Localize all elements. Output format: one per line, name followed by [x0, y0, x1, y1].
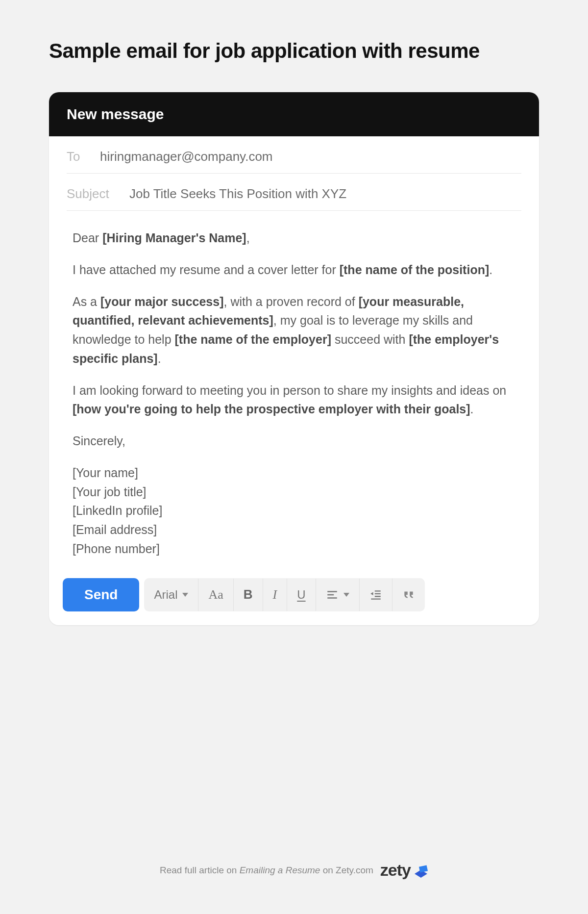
italic-icon: I: [273, 587, 277, 602]
sig-name: [Your name]: [73, 463, 515, 482]
toolbar-group: Arial Aa B I U: [144, 578, 424, 611]
chevron-down-icon: [182, 593, 188, 597]
text: .: [489, 263, 492, 277]
subject-label: Subject: [67, 186, 116, 202]
align-button[interactable]: [316, 579, 360, 611]
indent-decrease-icon: [369, 588, 382, 601]
to-field[interactable]: hiringmanager@company.com: [100, 149, 273, 164]
font-size-label: Aa: [208, 587, 223, 602]
sig-linkedin: [LinkedIn profile]: [73, 501, 515, 520]
zety-mark-icon: [414, 863, 428, 878]
font-name-label: Arial: [154, 588, 177, 602]
paragraph-3: I am looking forward to meeting you in p…: [73, 381, 515, 419]
placeholder: [Hiring Manager's Name]: [102, 231, 246, 245]
greeting-line: Dear [Hiring Manager's Name],: [73, 228, 515, 248]
text: .: [470, 402, 474, 416]
text: on Zety.com: [320, 865, 373, 875]
subject-row: Subject Job Title Seeks This Position wi…: [67, 174, 521, 211]
text: Read full article on: [160, 865, 240, 875]
format-toolbar: Send Arial Aa B I U: [49, 578, 539, 625]
closing-line: Sincerely,: [73, 432, 515, 451]
text: Dear: [73, 231, 102, 245]
text: , with a proven record of: [223, 295, 358, 308]
send-button[interactable]: Send: [63, 578, 139, 611]
text: I have attached my resume and a cover le…: [73, 263, 340, 277]
text: As a: [73, 295, 100, 308]
subject-field[interactable]: Job Title Seeks This Position with XYZ: [129, 186, 346, 202]
italic-button[interactable]: I: [263, 579, 288, 611]
placeholder: [how you're going to help the prospectiv…: [73, 402, 470, 416]
quote-button[interactable]: [392, 579, 425, 611]
compose-header: New message: [49, 92, 539, 136]
indent-decrease-button[interactable]: [360, 579, 392, 611]
zety-logo: zety: [380, 861, 428, 880]
to-label: To: [67, 149, 86, 164]
text: I am looking forward to meeting you in p…: [73, 383, 506, 397]
page-title: Sample email for job application with re…: [0, 0, 588, 63]
compose-window: New message To hiringmanager@company.com…: [49, 92, 539, 625]
to-row: To hiringmanager@company.com: [67, 136, 521, 174]
text: ,: [246, 231, 250, 245]
paragraph-1: I have attached my resume and a cover le…: [73, 260, 515, 279]
font-size-button[interactable]: Aa: [198, 579, 233, 611]
brand-text: zety: [380, 861, 411, 880]
signature-block: [Your name] [Your job title] [LinkedIn p…: [73, 463, 515, 559]
font-family-select[interactable]: Arial: [144, 579, 198, 611]
chevron-down-icon: [343, 593, 349, 597]
footer: Read full article on Emailing a Resume o…: [0, 861, 588, 880]
sig-email: [Email address]: [73, 520, 515, 539]
placeholder: [the name of the position]: [340, 263, 490, 277]
placeholder: [the name of the employer]: [174, 332, 331, 346]
svg-marker-9: [419, 865, 428, 872]
quote-icon: [402, 588, 415, 601]
sig-phone: [Phone number]: [73, 539, 515, 559]
article-title: Emailing a Resume: [240, 865, 320, 875]
paragraph-2: As a [your major success], with a proven…: [73, 292, 515, 368]
bold-icon: B: [244, 587, 253, 602]
footer-text: Read full article on Emailing a Resume o…: [160, 865, 373, 876]
underline-button[interactable]: U: [287, 579, 316, 611]
svg-marker-7: [370, 592, 373, 595]
email-body[interactable]: Dear [Hiring Manager's Name], I have att…: [49, 211, 539, 578]
underline-icon: U: [297, 588, 305, 602]
text: succeed with: [331, 332, 409, 346]
bold-button[interactable]: B: [234, 579, 263, 611]
align-left-icon: [326, 588, 339, 601]
sig-title: [Your job title]: [73, 482, 515, 502]
placeholder: [your major success]: [100, 295, 224, 308]
text: .: [158, 352, 161, 365]
